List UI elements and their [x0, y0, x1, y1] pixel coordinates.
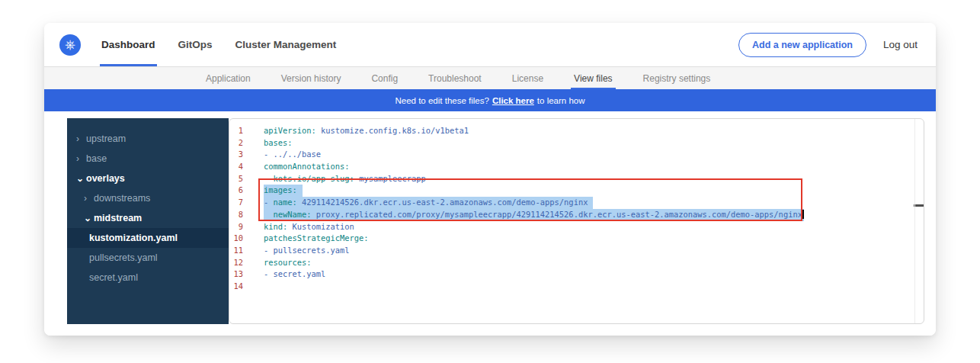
code-segment — [264, 174, 274, 183]
tree-item-label: secret.yaml — [89, 272, 138, 283]
chevron-right-icon: › — [84, 194, 94, 203]
tree-item-label: midstream — [94, 213, 142, 223]
click-here-link[interactable]: Click here — [492, 96, 534, 105]
code-text: images: — [264, 185, 303, 197]
tree-item-label: overlays — [86, 173, 125, 184]
code-segment: apiVersion: — [264, 126, 316, 135]
line-number: 13 — [229, 268, 243, 281]
tree-item-label: base — [86, 153, 107, 164]
tree-folder-midstream[interactable]: ⌄midstream — [67, 208, 229, 228]
code-area: 1apiVersion: kustomize.config.k8s.io/v1b… — [229, 125, 924, 293]
line-number: 5 — [229, 173, 243, 185]
yaml-editor[interactable]: 1apiVersion: kustomize.config.k8s.io/v1b… — [229, 118, 924, 324]
file-tree-sidebar: ›upstream›base⌄overlays›downstreams⌄mids… — [67, 118, 229, 324]
code-line: 12resources: — [229, 257, 924, 269]
top-navigation-bar: ⎈ DashboardGitOpsCluster Management Add … — [44, 23, 936, 67]
line-number: 10 — [229, 233, 243, 245]
code-text: - name: 429114214526.dkr.ecr.us-east-2.a… — [264, 197, 593, 209]
code-segment: newName: — [274, 210, 312, 219]
line-number: 3 — [229, 149, 243, 161]
code-line: 1apiVersion: kustomize.config.k8s.io/v1b… — [229, 125, 924, 137]
code-line: 3- ../../base — [229, 149, 924, 161]
tab-view-files[interactable]: View files — [559, 67, 627, 89]
logout-link[interactable]: Log out — [883, 39, 918, 50]
code-segment: - — [264, 198, 274, 207]
chevron-down-icon: ⌄ — [76, 174, 86, 183]
nav-tab-gitops[interactable]: GitOps — [167, 23, 224, 66]
code-segment: patchesStrategicMerge: — [264, 233, 369, 243]
code-line: 10patchesStrategicMerge: — [229, 233, 924, 245]
tree-folder-overlays[interactable]: ⌄overlays — [67, 169, 229, 188]
line-number: 8 — [229, 209, 243, 221]
tab-application[interactable]: Application — [191, 67, 266, 89]
code-line: 9kind: Kustomization — [229, 221, 924, 233]
code-segment: - ../../base — [264, 149, 321, 159]
banner-text-prefix: Need to edit these files? — [395, 96, 488, 105]
code-segment: - pullsecrets.yaml — [264, 246, 350, 255]
kubernetes-logo-icon: ⎈ — [59, 34, 81, 56]
line-number: 11 — [229, 245, 243, 257]
code-segment: 429114214526.dkr.ecr.us-east-2.amazonaws… — [297, 198, 588, 207]
tab-troubleshoot[interactable]: Troubleshoot — [413, 67, 497, 89]
admin-console-window: ⎈ DashboardGitOpsCluster Management Add … — [44, 23, 936, 336]
code-segment — [264, 210, 274, 219]
code-segment: proxy.replicated.com/proxy/mysampleecrap… — [312, 210, 802, 219]
tab-license[interactable]: License — [497, 67, 559, 89]
code-line: 8 newName: proxy.replicated.com/proxy/my… — [229, 209, 924, 221]
code-segment: resources: — [264, 258, 312, 267]
view-files-content: ›upstream›base⌄overlays›downstreams⌄mids… — [44, 111, 936, 336]
tree-folder-base[interactable]: ›base — [67, 149, 229, 169]
code-segment: mysampleecrapp — [354, 174, 426, 183]
code-text: resources: — [264, 257, 312, 269]
code-line: 7- name: 429114214526.dkr.ecr.us-east-2.… — [229, 197, 924, 209]
code-line: 5 kots.io/app-slug: mysampleecrapp — [229, 173, 924, 185]
code-segment: Kustomization — [287, 222, 354, 231]
line-number: 4 — [229, 161, 243, 173]
chevron-down-icon: ⌄ — [84, 214, 94, 223]
code-text: commonAnnotations: — [264, 161, 350, 173]
add-application-button[interactable]: Add a new application — [738, 33, 866, 57]
code-text: kots.io/app-slug: mysampleecrapp — [264, 173, 426, 185]
nav-tab-cluster-management[interactable]: Cluster Management — [224, 23, 348, 66]
nav-tab-dashboard[interactable]: Dashboard — [90, 23, 167, 66]
code-text: newName: proxy.replicated.com/proxy/mysa… — [264, 209, 804, 221]
line-number: 7 — [229, 197, 243, 209]
tree-folder-upstream[interactable]: ›upstream — [67, 129, 229, 149]
banner-text-suffix: to learn how — [537, 96, 585, 105]
tab-registry-settings[interactable]: Registry settings — [628, 67, 726, 89]
chevron-right-icon: › — [76, 154, 86, 163]
tree-file-kustomization-yaml[interactable]: kustomization.yaml — [67, 228, 229, 248]
tree-item-label: downstreams — [94, 193, 150, 204]
code-segment: bases: — [264, 138, 293, 147]
code-segment: images: — [264, 185, 297, 194]
line-number: 6 — [229, 185, 243, 197]
code-line: 13- secret.yaml — [229, 268, 924, 281]
tree-file-pullsecrets-yaml[interactable]: pullsecrets.yaml — [67, 248, 229, 268]
line-number: 2 — [229, 137, 243, 149]
tree-file-secret-yaml[interactable]: secret.yaml — [67, 268, 229, 288]
code-line: 4commonAnnotations: — [229, 161, 924, 173]
tab-config[interactable]: Config — [356, 67, 413, 89]
code-text: apiVersion: kustomize.config.k8s.io/v1be… — [264, 125, 469, 137]
tree-folder-downstreams[interactable]: ›downstreams — [67, 188, 229, 208]
code-text: - ../../base — [264, 149, 321, 161]
code-text: kind: Kustomization — [264, 221, 354, 233]
code-text: bases: — [264, 137, 293, 149]
code-segment: kustomize.config.k8s.io/v1beta1 — [316, 126, 469, 135]
code-segment: name: — [274, 198, 297, 207]
text-cursor — [802, 210, 804, 219]
topbar-actions: Add a new application Log out — [738, 33, 918, 57]
tree-item-label: pullsecrets.yaml — [89, 252, 158, 263]
tree-item-label: kustomization.yaml — [89, 233, 178, 243]
editor-scrollbar-thumb[interactable] — [914, 204, 924, 207]
tab-version-history[interactable]: Version history — [266, 67, 357, 89]
application-tabs-bar: ApplicationVersion historyConfigTroubles… — [44, 67, 936, 89]
code-line: 2bases: — [229, 137, 924, 149]
code-line: 6images: — [229, 185, 924, 197]
chevron-right-icon: › — [76, 134, 86, 143]
line-number: 12 — [229, 257, 243, 269]
code-segment: - secret.yaml — [264, 269, 325, 278]
line-number: 1 — [229, 125, 243, 137]
line-number: 9 — [229, 221, 243, 233]
line-number: 14 — [229, 281, 243, 293]
